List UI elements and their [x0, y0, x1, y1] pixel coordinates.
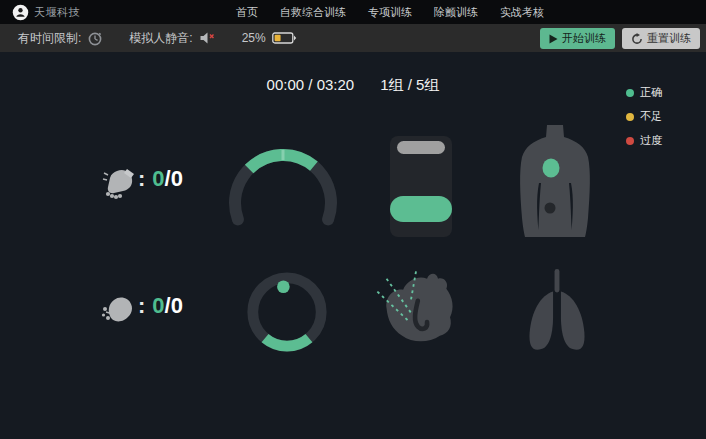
- depth-marker: [397, 141, 445, 154]
- battery-percent: 25%: [242, 31, 266, 45]
- clock-icon[interactable]: [87, 30, 103, 46]
- ventilation-count-total: /0: [165, 293, 183, 318]
- brand: 天堰科技: [12, 4, 80, 21]
- reset-training-button[interactable]: 重置训练: [622, 28, 700, 49]
- hands-compression-icon: [101, 165, 137, 205]
- speaker-muted-icon[interactable]: [199, 31, 216, 45]
- depth-target-zone: [390, 196, 452, 222]
- top-nav-menu: 首页 自救综合训练 专项训练 除颤训练 实战考核: [236, 0, 544, 24]
- start-training-button[interactable]: 开始训练: [540, 28, 615, 49]
- mute-label: 模拟人静音:: [129, 30, 192, 47]
- ventilation-counter: :0/0: [138, 293, 183, 319]
- time-limit-group: 有时间限制:: [18, 30, 103, 47]
- legend-excessive: 过度: [626, 133, 662, 148]
- ventilation-counter-colon: :: [138, 293, 145, 318]
- mute-group: 模拟人静音:: [129, 30, 215, 47]
- brand-logo-icon: [12, 4, 29, 21]
- top-nav-bar: 天堰科技 首页 自救综合训练 专项训练 除颤训练 实战考核: [0, 0, 706, 24]
- toolbar-buttons: 开始训练 重置训练: [540, 28, 700, 49]
- excessive-dot-icon: [626, 137, 634, 145]
- insufficient-dot-icon: [626, 113, 634, 121]
- ventilation-count-current: 0: [152, 293, 164, 318]
- nav-item-home[interactable]: 首页: [236, 5, 258, 20]
- battery-group: 25%: [242, 31, 297, 45]
- nav-item-comprehensive-training[interactable]: 自救综合训练: [280, 5, 346, 20]
- compression-counter-colon: :: [138, 166, 145, 191]
- start-button-label: 开始训练: [562, 31, 606, 46]
- brand-name: 天堰科技: [34, 5, 80, 20]
- torso-silhouette-icon: [505, 123, 605, 242]
- battery-icon: [272, 32, 297, 44]
- result-legend: 正确 不足 过度: [626, 85, 662, 148]
- compression-depth-indicator: [390, 136, 452, 237]
- session-cycle: 1组 / 5组: [380, 76, 439, 93]
- legend-insufficient: 不足: [626, 109, 662, 124]
- legend-excessive-label: 过度: [640, 133, 662, 148]
- compression-count-total: /0: [165, 166, 183, 191]
- lungs-icon: [513, 266, 601, 358]
- nav-item-defib-training[interactable]: 除颤训练: [434, 5, 478, 20]
- nav-item-special-training[interactable]: 专项训练: [368, 5, 412, 20]
- head-airway-icon: [370, 264, 462, 360]
- main-panel: 00:00 / 03:201组 / 5组 正确 不足 过度 :0/0: [0, 52, 706, 439]
- legend-insufficient-label: 不足: [640, 109, 662, 124]
- compression-count-current: 0: [152, 166, 164, 191]
- compression-rate-gauge: [223, 143, 343, 267]
- session-timer: 00:00 / 03:20: [267, 76, 355, 93]
- play-icon: [549, 34, 558, 44]
- session-status: 00:00 / 03:201组 / 5组: [0, 76, 706, 95]
- toolbar: 有时间限制: 模拟人静音: 25%: [0, 24, 706, 52]
- ventilation-volume-gauge: [242, 265, 332, 363]
- correct-dot-icon: [626, 89, 634, 97]
- breath-ventilation-icon: [100, 292, 136, 332]
- nav-item-practical-assessment[interactable]: 实战考核: [500, 5, 544, 20]
- time-limit-label: 有时间限制:: [18, 30, 81, 47]
- reset-button-label: 重置训练: [647, 31, 691, 46]
- legend-correct: 正确: [626, 85, 662, 100]
- legend-correct-label: 正确: [640, 85, 662, 100]
- compression-counter: :0/0: [138, 166, 183, 192]
- reset-icon: [631, 33, 643, 45]
